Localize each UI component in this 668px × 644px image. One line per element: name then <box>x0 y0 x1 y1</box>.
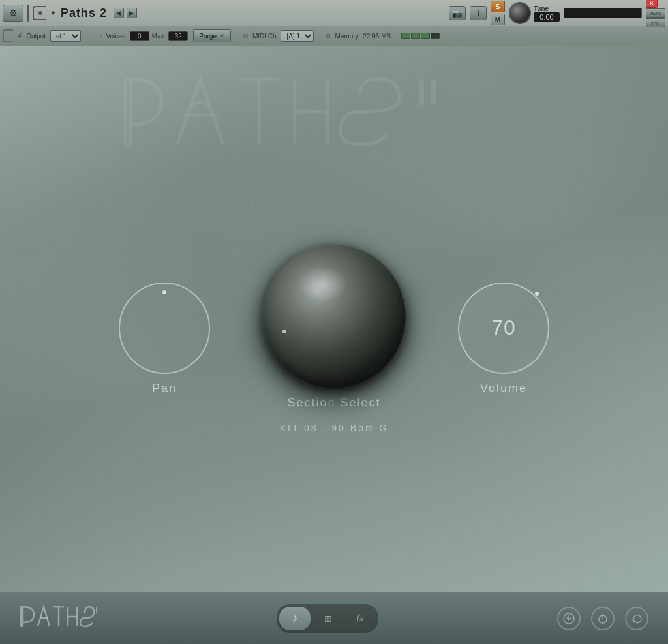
volume-label: Volume <box>480 382 527 395</box>
bottom-logo-svg <box>20 604 98 630</box>
bottom-logo <box>20 604 98 634</box>
main-content: Pan Section Select KIT 08 : 90 Bpm G 70 <box>0 46 668 592</box>
top-bar: ⚙ ▼ Paths 2 ◀ ▶ 📷 ℹ S M Tune <box>0 0 668 46</box>
memory-bars <box>401 33 440 39</box>
title-row: ⚙ ▼ Paths 2 ◀ ▶ 📷 ℹ S M Tune <box>0 0 668 26</box>
controls-section: Pan Section Select KIT 08 : 90 Bpm G 70 <box>13 245 655 433</box>
tab-mixer[interactable]: ⊞ <box>312 607 343 630</box>
pan-control: Pan <box>119 283 210 395</box>
mem-bar-3 <box>421 33 430 39</box>
mute-button[interactable]: M <box>491 14 505 25</box>
tune-label-box: Tune 0.00 <box>534 5 560 22</box>
instrument-title: Paths 2 <box>61 7 107 20</box>
memory-area: ⊡ Memory: 22.95 MB <box>326 33 391 40</box>
screenshot-button[interactable]: 📷 <box>449 6 466 20</box>
midi-row: ⊙ MIDI Ch: [A] 1 <box>243 30 314 42</box>
tab-notes[interactable]: ♪ <box>279 607 311 630</box>
voices-area: ♪ Voices: 0 Max: 32 <box>99 31 188 41</box>
solo-button[interactable]: S <box>491 1 505 12</box>
pan-indicator-dot <box>162 290 166 294</box>
divider <box>27 5 29 22</box>
pv-button[interactable]: PV <box>646 18 665 27</box>
dropdown-arrow: ▼ <box>50 9 57 17</box>
midi-label: MIDI Ch: <box>252 33 278 40</box>
mem-bar-1 <box>401 33 410 39</box>
info-button[interactable]: ℹ <box>470 6 487 20</box>
pan-knob[interactable] <box>119 283 210 374</box>
next-instrument-button[interactable]: ▶ <box>127 8 137 18</box>
download-button[interactable] <box>557 607 581 630</box>
instrument-name-area: ▼ Paths 2 ◀ ▶ <box>50 7 445 20</box>
sm-buttons: S M <box>491 1 505 25</box>
volume-knob[interactable]: 70 <box>458 283 549 374</box>
memory-value: 22.95 MB <box>363 33 391 40</box>
close-button[interactable]: ✕ <box>646 0 658 8</box>
voices-label: Voices: <box>106 33 127 40</box>
settings-button[interactable]: ⚙ <box>3 5 23 22</box>
reset-button[interactable] <box>625 607 648 630</box>
right-side-buttons: ✕ AUX PV <box>646 0 665 27</box>
ball-indicator-dot <box>282 330 286 333</box>
volume-indicator-dot <box>535 292 539 296</box>
tune-value[interactable]: 0.00 <box>534 12 560 22</box>
mem-bar-2 <box>411 33 420 39</box>
section-select-label: Section Select <box>287 396 380 410</box>
section-select-ball[interactable] <box>262 245 406 388</box>
reset-icon <box>630 612 643 625</box>
pan-label: Pan <box>152 382 177 395</box>
power-button[interactable] <box>591 607 615 630</box>
tune-area: Tune 0.00 <box>509 2 560 24</box>
mem-bar-4 <box>431 33 440 39</box>
volume-value: 70 <box>491 316 516 340</box>
kit-info-label: KIT 08 : 90 Bpm G <box>280 423 389 433</box>
power-icon <box>596 612 609 625</box>
tune-knob[interactable] <box>509 2 531 24</box>
tune-label: Tune <box>534 5 560 12</box>
bottom-bar: ♪ ⊞ fx <box>0 592 668 644</box>
bottom-tabs: ♪ ⊞ fx <box>277 604 378 633</box>
output-row: € Output: st.1 <box>18 30 81 42</box>
output-select[interactable]: st.1 <box>50 30 81 42</box>
max-value: 32 <box>168 31 188 41</box>
memory-label: Memory: <box>335 33 360 40</box>
tab-fx[interactable]: fx <box>344 607 376 630</box>
p-logo-small <box>3 29 13 42</box>
volume-control: 70 Volume <box>458 283 549 395</box>
download-icon <box>562 612 575 625</box>
instrument-main: Pan Section Select KIT 08 : 90 Bpm G 70 <box>0 46 668 592</box>
level-meter <box>564 8 642 18</box>
max-label: Max: <box>152 33 166 40</box>
output-label: Output: <box>26 33 48 40</box>
instrument-container: ⚙ ▼ Paths 2 ◀ ▶ 📷 ℹ S M Tune <box>0 0 668 644</box>
voices-value: 0 <box>130 31 149 41</box>
purge-button[interactable]: Purge ▼ <box>193 29 231 42</box>
section-select-control: Section Select KIT 08 : 90 Bpm G <box>262 245 406 433</box>
svg-rect-8 <box>21 607 23 626</box>
svg-rect-15 <box>96 607 97 613</box>
bottom-right-buttons <box>557 607 648 630</box>
midi-select[interactable]: [A] 1 <box>281 30 314 42</box>
prev-instrument-button[interactable]: ◀ <box>114 8 124 18</box>
aux-button[interactable]: AUX <box>646 8 665 18</box>
controls-row: € Output: st.1 ♪ Voices: 0 Max: 32 Purge… <box>0 26 668 46</box>
p-icon <box>33 6 46 20</box>
